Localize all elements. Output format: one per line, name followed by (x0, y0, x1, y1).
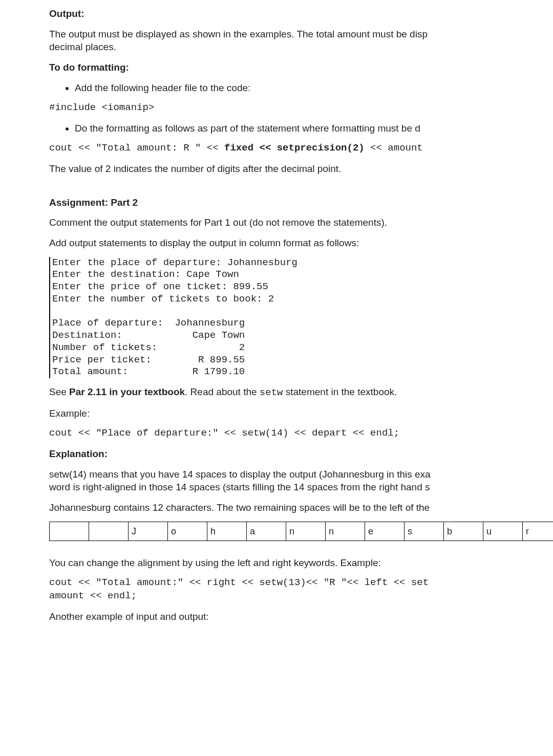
paragraph-see-textbook: See Par 2.11 in your textbook. Read abou… (49, 385, 553, 400)
paragraph-another-example: Another example of input and output: (49, 610, 553, 623)
letters-table: J o h a n n e s b u r (49, 522, 553, 541)
text: See (49, 386, 69, 397)
letter-cell: r (523, 522, 554, 541)
code-alignment-example: cout << "Total amount:" << right << setw… (49, 576, 553, 602)
letter-cell (89, 522, 129, 541)
text: word is right-aligned in those 14 spaces… (49, 482, 430, 492)
code-text-bold: fixed << setprecision(2) (224, 142, 365, 154)
letter-cell: a (247, 522, 286, 541)
letter-cell: J (129, 522, 168, 541)
text: . Read about the (185, 386, 260, 397)
bullet-item: Do the formatting as follows as part of … (75, 122, 553, 135)
paragraph-part2-2: Add output statements to display the out… (49, 236, 553, 250)
letter-cell: n (286, 522, 326, 541)
table-row: J o h a n n e s b u r (50, 522, 554, 541)
code-text: cout << "Total amount:" << right << setw… (49, 577, 429, 588)
text-bold: Par 2.11 in your textbook (69, 386, 185, 397)
text: decimal places. (49, 41, 116, 52)
heading-todo-formatting: To do formatting: (49, 61, 553, 74)
letter-cell (50, 522, 89, 541)
letter-cell: n (326, 522, 365, 541)
letter-cell: s (405, 522, 444, 541)
text: The output must be displayed as shown in… (49, 29, 428, 39)
bullet-item: Add the following header file to the cod… (75, 81, 553, 95)
code-text: amount << endl; (49, 590, 137, 601)
letter-cell: o (168, 522, 207, 541)
paragraph-output: The output must be displayed as shown in… (49, 28, 553, 54)
code-include: #include <iomanip> (49, 101, 553, 115)
paragraph-part2-1: Comment the output statements for Part 1… (49, 216, 553, 229)
paragraph-value2: The value of 2 indicates the number of d… (49, 162, 553, 176)
paragraph-explanation-1: setw(14) means that you have 14 spaces t… (49, 468, 553, 494)
bullet-list: Add the following header file to the cod… (59, 81, 553, 95)
heading-explanation: Explanation: (49, 447, 553, 461)
code-text: cout << "Total amount: R " << (49, 142, 224, 154)
letter-cell: u (483, 522, 523, 541)
code-cout-fixed: cout << "Total amount: R " << fixed << s… (49, 142, 553, 155)
letter-cell: b (444, 522, 483, 541)
code-inline: setw (260, 387, 283, 398)
console-output-block: Enter the place of departure: Johannesbu… (49, 257, 553, 379)
paragraph-alignment: You can change the alignment by using th… (49, 556, 553, 570)
bullet-list: Do the formatting as follows as part of … (59, 122, 553, 135)
text: setw(14) means that you have 14 spaces t… (49, 469, 431, 480)
heading-part2: Assignment: Part 2 (49, 196, 553, 209)
code-text: << amount (365, 142, 423, 154)
letter-cell: e (365, 522, 405, 541)
letter-cell: h (207, 522, 247, 541)
document-page: Output: The output must be displayed as … (0, 7, 553, 623)
paragraph-example-label: Example: (49, 407, 553, 420)
paragraph-explanation-2: Johannesburg contains 12 characters. The… (49, 501, 553, 514)
heading-output: Output: (49, 7, 553, 20)
text: statement in the textbook. (283, 386, 397, 397)
code-setw-example: cout << "Place of departure:" << setw(14… (49, 427, 553, 440)
